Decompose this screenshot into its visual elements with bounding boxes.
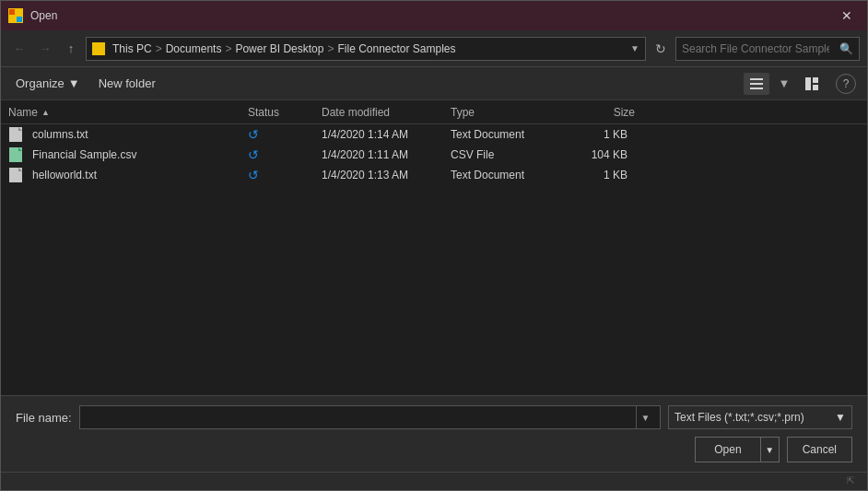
filename-label: File name: — [16, 411, 72, 425]
svg-rect-1 — [16, 9, 22, 16]
view-dropdown-button[interactable]: ▼ — [771, 73, 797, 95]
breadcrumb-sep-3: > — [327, 42, 334, 55]
folder-icon — [92, 42, 105, 55]
svg-rect-0 — [9, 16, 16, 22]
svg-rect-6 — [750, 88, 763, 89]
sync-icon: ↺ — [248, 168, 259, 182]
new-folder-label: New folder — [99, 76, 156, 90]
file-name-cell: Financial Sample.csv — [8, 147, 248, 162]
help-icon: ? — [843, 77, 850, 90]
open-button-arrow[interactable]: ▼ — [761, 437, 780, 462]
sort-indicator: ▲ — [41, 108, 50, 117]
search-box[interactable]: 🔍 — [675, 37, 860, 61]
file-size-cell: 1 KB — [570, 169, 635, 181]
organize-label: Organize — [16, 76, 65, 90]
toolbar: Organize ▼ New folder ▼ — [1, 67, 867, 100]
table-row[interactable]: columns.txt ↺ 1/4/2020 1:14 AM Text Docu… — [1, 124, 867, 145]
file-type-cell: Text Document — [451, 128, 570, 141]
forward-button[interactable]: → — [34, 38, 56, 60]
app-icon — [8, 8, 23, 23]
file-list-header: Name ▲ Status Date modified Type Size — [1, 100, 867, 124]
status-bar: ⇱ — [1, 472, 867, 490]
search-icon: 🔍 — [839, 42, 853, 55]
header-size[interactable]: Size — [570, 106, 635, 119]
new-folder-button[interactable]: New folder — [95, 75, 159, 92]
open-button-group: Open ▼ — [695, 437, 779, 462]
svg-rect-4 — [750, 78, 763, 80]
file-date-cell: 1/4/2020 1:11 AM — [322, 148, 451, 161]
header-type[interactable]: Type — [451, 106, 570, 119]
breadcrumb-sep-2: > — [225, 42, 231, 55]
file-type-cell: CSV File — [451, 148, 570, 161]
table-row[interactable]: Financial Sample.csv ↺ 1/4/2020 1:11 AM … — [1, 145, 867, 165]
open-file-dialog: Open ✕ ← → ↑ This PC > Documents > Power… — [0, 0, 868, 491]
csv-file-icon — [8, 147, 23, 162]
breadcrumb-thispc: This PC — [112, 42, 152, 55]
header-status[interactable]: Status — [248, 106, 322, 119]
file-status-cell: ↺ — [248, 168, 322, 182]
svg-rect-5 — [750, 83, 763, 85]
svg-rect-3 — [17, 17, 22, 22]
title-bar: Open ✕ — [1, 1, 867, 30]
preview-button[interactable] — [799, 73, 825, 95]
open-button[interactable]: Open — [695, 437, 760, 462]
file-name-text: columns.txt — [32, 128, 88, 141]
close-button[interactable]: ✕ — [834, 3, 860, 29]
file-type-cell: Text Document — [451, 169, 570, 181]
bottom-section: File name: ▼ Text Files (*.txt;*.csv;*.p… — [1, 395, 867, 472]
filename-input[interactable] — [86, 411, 636, 424]
file-date-cell: 1/4/2020 1:13 AM — [322, 169, 451, 181]
breadcrumb-documents: Documents — [166, 42, 222, 55]
file-list: columns.txt ↺ 1/4/2020 1:14 AM Text Docu… — [1, 124, 867, 395]
file-size-cell: 1 KB — [570, 128, 635, 141]
back-button[interactable]: ← — [8, 38, 30, 60]
breadcrumb-connector: File Connector Samples — [337, 42, 455, 55]
breadcrumb-dropdown-icon[interactable]: ▼ — [630, 43, 639, 53]
search-input[interactable] — [682, 42, 829, 55]
file-status-cell: ↺ — [248, 147, 322, 162]
sync-icon: ↺ — [248, 127, 259, 142]
txt-file-icon — [8, 168, 23, 182]
filetype-dropdown-icon: ▼ — [835, 411, 846, 424]
file-size-cell: 104 KB — [570, 148, 635, 161]
organize-button[interactable]: Organize ▼ — [12, 75, 84, 92]
refresh-button[interactable]: ↻ — [650, 38, 672, 60]
file-name-text: Financial Sample.csv — [32, 148, 136, 161]
breadcrumb-powerbi: Power BI Desktop — [235, 42, 323, 55]
title-bar-left: Open — [8, 8, 57, 23]
filetype-select[interactable]: Text Files (*.txt;*.csv;*.prn) ▼ — [668, 405, 852, 429]
svg-rect-8 — [813, 77, 818, 83]
svg-rect-9 — [813, 85, 818, 90]
filetype-label: Text Files (*.txt;*.csv;*.prn) — [674, 411, 804, 424]
sync-icon: ↺ — [248, 147, 259, 162]
filename-dropdown-icon[interactable]: ▼ — [636, 406, 654, 428]
resize-handle[interactable]: ⇱ — [847, 475, 860, 488]
svg-rect-2 — [9, 9, 15, 15]
header-date[interactable]: Date modified — [322, 106, 451, 119]
breadcrumb-sep-1: > — [156, 42, 162, 55]
up-button[interactable]: ↑ — [60, 38, 82, 60]
file-status-cell: ↺ — [248, 127, 322, 142]
txt-file-icon — [8, 127, 23, 142]
file-date-cell: 1/4/2020 1:14 AM — [322, 128, 451, 141]
list-view-button[interactable] — [744, 73, 769, 95]
help-button[interactable]: ? — [836, 74, 856, 94]
dialog-title: Open — [30, 9, 57, 22]
file-name-text: helloworld.txt — [32, 169, 97, 181]
address-bar: ← → ↑ This PC > Documents > Power BI Des… — [1, 30, 867, 67]
organize-dropdown-icon: ▼ — [68, 76, 80, 90]
filename-row: File name: ▼ Text Files (*.txt;*.csv;*.p… — [16, 405, 852, 429]
content-area: Name ▲ Status Date modified Type Size — [1, 100, 867, 395]
view-icons-group: ▼ — [744, 73, 825, 95]
buttons-row: Open ▼ Cancel — [16, 437, 852, 462]
cancel-button[interactable]: Cancel — [787, 437, 852, 462]
table-row[interactable]: helloworld.txt ↺ 1/4/2020 1:13 AM Text D… — [1, 165, 867, 185]
header-name[interactable]: Name ▲ — [8, 106, 248, 119]
svg-rect-7 — [805, 77, 811, 90]
file-name-cell: columns.txt — [8, 127, 248, 142]
file-name-cell: helloworld.txt — [8, 168, 248, 182]
breadcrumb[interactable]: This PC > Documents > Power BI Desktop >… — [86, 37, 646, 61]
filename-input-wrap[interactable]: ▼ — [79, 405, 661, 429]
